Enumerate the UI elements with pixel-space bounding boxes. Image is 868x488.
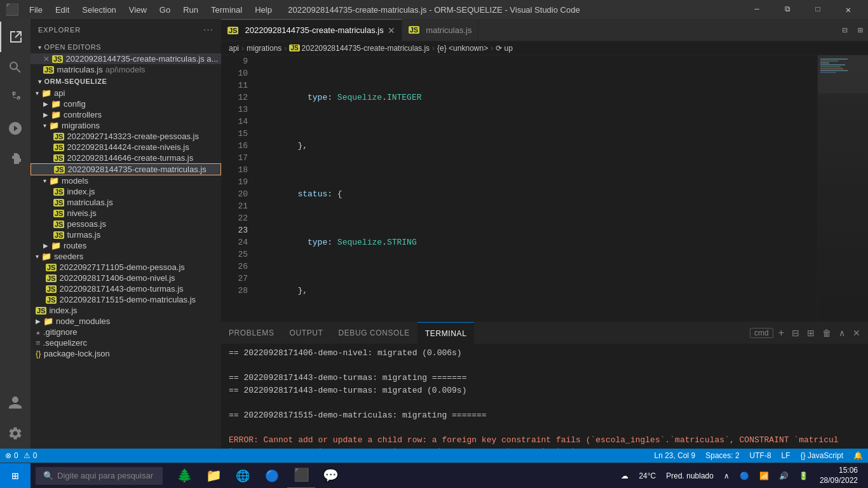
menu-view[interactable]: View	[124, 5, 152, 15]
taskbar-search[interactable]: 🔍 Digite aqui para pesquisar	[36, 467, 163, 485]
network-icon[interactable]: 📶	[756, 471, 773, 480]
menu-selection[interactable]: Selection	[77, 5, 121, 15]
minimize-button[interactable]: ─	[742, 0, 771, 19]
breadcrumb-unknown[interactable]: {e} <unknown>	[437, 44, 488, 53]
taskbar-app-edge[interactable]: 🔵	[258, 463, 286, 489]
terminal-collapse-button[interactable]: ∧	[836, 327, 848, 339]
taskbar-app-tree[interactable]: 🌲	[170, 463, 198, 489]
sound-icon[interactable]: 🔊	[775, 471, 792, 480]
panel-tab-debug[interactable]: DEBUG CONSOLE	[330, 322, 417, 344]
terminal-split-button[interactable]: ⊟	[789, 327, 802, 339]
file-demo-pessoa[interactable]: JS 20220927171105-demo-pessoa.js	[31, 262, 221, 273]
folder-config[interactable]: ▶ 📁 config	[31, 98, 221, 109]
status-errors[interactable]: ⊗ 0 ⚠ 0	[0, 449, 42, 463]
open-editor-matriculas-model[interactable]: JS matriculas.js api\models	[31, 64, 221, 75]
menu-go[interactable]: Go	[154, 5, 175, 15]
main-container: EXPLORER ··· ▾ OPEN EDITORS ✕ JS 2022092…	[0, 19, 868, 449]
breadcrumb-migrations[interactable]: migrations	[247, 44, 281, 53]
status-notifications[interactable]: 🔔	[848, 449, 868, 463]
js-icon: JS	[53, 133, 64, 140]
breadcrumb-file[interactable]: JS 20220928144735-create-matriculas.js	[289, 44, 430, 53]
menu-help[interactable]: Help	[250, 5, 277, 15]
taskbar-time[interactable]: 15:06 28/09/2022	[815, 466, 863, 485]
activity-settings[interactable]	[0, 418, 31, 449]
file-demo-nivel[interactable]: JS 20220928171406-demo-nivel.js	[31, 273, 221, 283]
menu-run[interactable]: Run	[178, 5, 203, 15]
status-spaces[interactable]: Spaces: 2	[700, 449, 744, 463]
folder-models[interactable]: ▾ 📁 models	[31, 175, 221, 186]
file-niveis-model[interactable]: JS niveis.js	[31, 208, 221, 219]
open-editor-matriculas-js-file[interactable]: ✕ JS 20220928144735-create-matriculas.js…	[31, 53, 221, 64]
start-button[interactable]: ⊞	[0, 463, 31, 489]
activity-explorer[interactable]	[0, 22, 31, 52]
file-sequelizerc[interactable]: ≡ .sequelizerc	[31, 337, 221, 348]
panel-content[interactable]: == 20220928171406-demo-nivel: migrated (…	[221, 344, 868, 449]
maximize-button[interactable]: □	[803, 0, 832, 19]
restore-button[interactable]: ⧉	[773, 0, 802, 19]
taskbar-app-explorer[interactable]: 📁	[200, 463, 227, 489]
file-create-pessoas[interactable]: JS 20220927143323-create-pessoas.js	[31, 131, 221, 142]
taskbar-app-chat[interactable]: 💬	[316, 463, 344, 489]
battery-icon[interactable]: 🔋	[795, 471, 812, 480]
taskbar-app-vscode[interactable]: ⬛	[287, 463, 315, 489]
breadcrumb-api[interactable]: api	[229, 44, 239, 53]
activity-extensions[interactable]	[0, 144, 31, 174]
terminal-layout-button[interactable]: ⊞	[804, 327, 817, 339]
file-turmas-model[interactable]: JS turmas.js	[31, 229, 221, 240]
tab-create-matriculas[interactable]: JS 20220928144735-create-matriculas.js ✕	[221, 19, 402, 41]
status-language[interactable]: {} JavaScript	[796, 449, 848, 463]
code-content[interactable]: type: Sequelize.INTEGER }, status: { typ…	[253, 55, 817, 322]
controllers-label: controllers	[64, 110, 102, 119]
file-index-js[interactable]: JS index.js	[31, 186, 221, 197]
panel-tab-problems[interactable]: PROBLEMS	[221, 322, 282, 344]
open-editors-section[interactable]: ▾ OPEN EDITORS	[31, 41, 221, 53]
activity-run-debug[interactable]	[0, 113, 31, 144]
folder-node-modules[interactable]: ▶ 📁 node_modules	[31, 316, 221, 327]
file-gitignore[interactable]: ⬥ .gitignore	[31, 327, 221, 337]
status-encoding[interactable]: UTF-8	[745, 449, 776, 463]
file-create-turmas[interactable]: JS 20220928144646-create-turmas.js	[31, 152, 221, 163]
activity-account[interactable]	[0, 388, 31, 418]
status-eol[interactable]: LF	[776, 449, 796, 463]
titlebar-left: ⬛ File Edit Selection View Go Run Termin…	[5, 3, 277, 17]
close-icon[interactable]: ✕	[43, 55, 50, 64]
bluetooth-icon[interactable]: 🔵	[736, 471, 753, 480]
menu-edit[interactable]: Edit	[50, 5, 74, 15]
tab-close-1[interactable]: ✕	[388, 25, 395, 36]
sidebar-more-options[interactable]: ···	[203, 24, 214, 36]
tab-matriculas[interactable]: JS matriculas.js	[402, 19, 479, 41]
folder-migrations[interactable]: ▾ 📁 migrations	[31, 120, 221, 131]
folder-api[interactable]: ▾ 📁 api	[31, 88, 221, 98]
code-line-12: type: Sequelize.STRING	[258, 236, 812, 248]
panel-tab-output[interactable]: OUTPUT	[282, 322, 331, 344]
breadcrumb-up[interactable]: ⟳ up	[496, 44, 513, 53]
folder-routes[interactable]: ▶ 📁 routes	[31, 240, 221, 251]
split-editor-button[interactable]: ⊞	[853, 25, 868, 36]
file-matriculas-model[interactable]: JS matriculas.js	[31, 197, 221, 208]
file-demo-matriculas[interactable]: JS 20220928171515-demo-matriculas.js	[31, 294, 221, 305]
file-create-matriculas[interactable]: JS 20220928144735-create-matriculas.js	[31, 163, 221, 175]
terminal-trash-button[interactable]: 🗑	[820, 327, 834, 339]
panel-tab-terminal[interactable]: TERMINAL	[417, 322, 474, 344]
tray-expand[interactable]: ∧	[720, 471, 733, 480]
taskbar-app-browser[interactable]: 🌐	[229, 463, 257, 489]
activity-search[interactable]	[0, 52, 31, 83]
file-create-niveis[interactable]: JS 20220928144424-create-niveis.js	[31, 142, 221, 152]
file-package-lock[interactable]: {} package-lock.json	[31, 348, 221, 359]
panel-close-button[interactable]: ✕	[850, 327, 863, 339]
editor-layout-button[interactable]: ⊟	[837, 25, 852, 36]
terminal-add-button[interactable]: +	[776, 326, 787, 340]
status-right: Ln 23, Col 9 Spaces: 2 UTF-8 LF {} JavaS…	[649, 449, 868, 463]
close-button[interactable]: ✕	[834, 0, 863, 19]
menu-terminal[interactable]: Terminal	[206, 5, 247, 15]
activity-source-control[interactable]	[0, 83, 31, 113]
file-root-index[interactable]: JS index.js	[31, 305, 221, 316]
status-position[interactable]: Ln 23, Col 9	[649, 449, 701, 463]
folder-controllers[interactable]: ▶ 📁 controllers	[31, 109, 221, 120]
warning-icon: ⚠	[24, 451, 31, 460]
orm-sequelize-section[interactable]: ▾ ORM-SEQUELIZE	[31, 75, 221, 88]
file-demo-turmas[interactable]: JS 20220928171443-demo-turmas.js	[31, 283, 221, 294]
file-pessoas-model[interactable]: JS pessoas.js	[31, 219, 221, 229]
folder-seeders[interactable]: ▾ 📁 seeders	[31, 251, 221, 262]
menu-file[interactable]: File	[24, 5, 48, 15]
